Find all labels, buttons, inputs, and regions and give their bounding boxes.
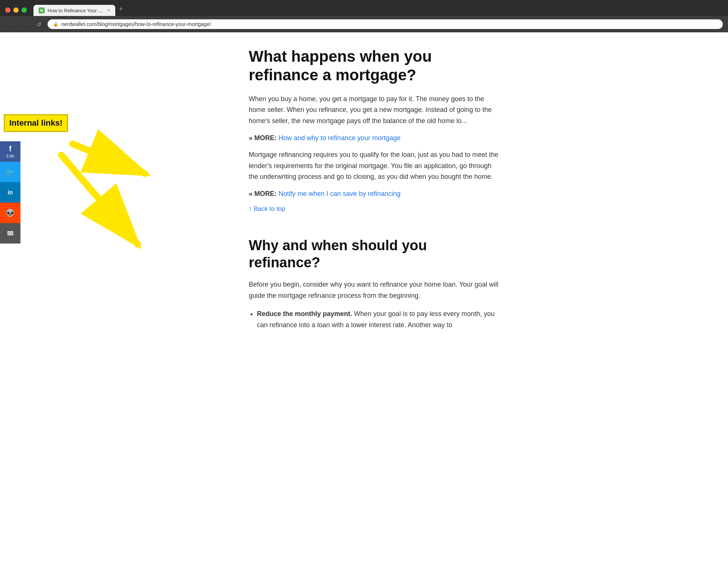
section-refinance-happens: What happens when you refinance a mortga…: [249, 47, 502, 226]
back-to-top-link[interactable]: ↑ Back to top: [249, 205, 285, 213]
section2-para1: Before you begin, consider why you want …: [249, 279, 502, 301]
annotation-label: Internal links!: [4, 114, 68, 132]
more-link-row-2: » MORE: Notify me when I can save by ref…: [249, 190, 502, 198]
reddit-share-button[interactable]: 👽: [0, 203, 20, 223]
forward-button[interactable]: →: [19, 19, 30, 29]
minimize-window-button[interactable]: [13, 7, 19, 13]
facebook-icon: f: [9, 145, 12, 153]
maximize-window-button[interactable]: [22, 7, 27, 13]
window-controls: [5, 7, 27, 13]
back-button[interactable]: ←: [5, 19, 16, 29]
more-link-2[interactable]: Notify me when I can save by refinancing: [278, 190, 400, 197]
browser-toolbar: ← → ↺ 🔒 nerdwallet.com/blog/mortgages/ho…: [0, 16, 728, 32]
reddit-icon: 👽: [6, 209, 15, 217]
bullet-item-1: Reduce the monthly payment. When your go…: [257, 309, 502, 331]
bullet1-bold: Reduce the monthly payment.: [257, 310, 352, 317]
bullet-list: Reduce the monthly payment. When your go…: [249, 309, 502, 331]
more-prefix-1: » MORE:: [249, 134, 277, 142]
twitter-share-button[interactable]: 🐦: [0, 162, 20, 182]
page-content: What happens when you refinance a mortga…: [215, 32, 513, 357]
browser-chrome: N How to Refinance Your Mortga... × + ← …: [0, 0, 728, 32]
close-window-button[interactable]: [5, 7, 10, 13]
twitter-icon: 🐦: [6, 168, 15, 177]
social-sidebar: f 3.8K 🐦 in 👽 ✉: [0, 141, 20, 244]
new-tab-button[interactable]: +: [116, 4, 126, 14]
section1-para2: Mortgage refinancing requires you to qua…: [249, 149, 502, 183]
svg-line-1: [73, 144, 145, 174]
facebook-share-button[interactable]: f 3.8K: [0, 141, 20, 162]
section2-heading: Why and when should you refinance?: [249, 237, 502, 271]
email-share-button[interactable]: ✉: [0, 223, 20, 244]
linkedin-icon: in: [7, 189, 13, 196]
tab-close-button[interactable]: ×: [107, 8, 110, 13]
linkedin-share-button[interactable]: in: [0, 182, 20, 203]
address-bar[interactable]: 🔒 nerdwallet.com/blog/mortgages/how-to-r…: [48, 19, 723, 29]
more-prefix-2: » MORE:: [249, 190, 277, 197]
section1-para1: When you buy a home, you get a mortgage …: [249, 94, 502, 127]
section1-heading: What happens when you refinance a mortga…: [249, 47, 502, 85]
active-tab[interactable]: N How to Refinance Your Mortga... ×: [33, 5, 115, 16]
tab-title: How to Refinance Your Mortga...: [48, 8, 104, 13]
refresh-button[interactable]: ↺: [33, 19, 44, 29]
more-link-row-1: » MORE: How and why to refinance your mo…: [249, 134, 502, 142]
tab-favicon: N: [39, 7, 45, 13]
facebook-count: 3.8K: [6, 154, 15, 158]
browser-tabs: N How to Refinance Your Mortga... × +: [33, 4, 126, 16]
email-icon: ✉: [7, 229, 13, 238]
browser-titlebar: N How to Refinance Your Mortga... × +: [0, 0, 728, 16]
lock-icon: 🔒: [53, 22, 58, 27]
more-link-1[interactable]: How and why to refinance your mortgage: [278, 134, 400, 142]
section-refinance-why: Why and when should you refinance? Befor…: [249, 237, 502, 331]
svg-line-2: [61, 155, 138, 244]
address-text: nerdwallet.com/blog/mortgages/how-to-ref…: [61, 21, 211, 27]
